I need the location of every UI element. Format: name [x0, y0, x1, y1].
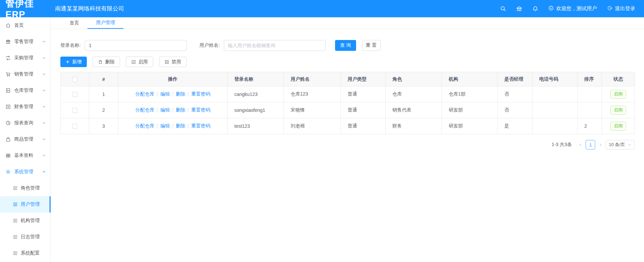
cell-type: 普通 — [341, 102, 386, 118]
sales-icon — [5, 72, 11, 77]
sidebar-subitem-label: 机构管理 — [21, 218, 40, 224]
cell-type: 普通 — [341, 118, 386, 134]
sidebar-item-purchase[interactable]: 采购管理 — [0, 50, 51, 66]
enable-button[interactable]: 启用 — [126, 57, 153, 67]
sidebar-subitem-config[interactable]: 系统配置 — [0, 245, 51, 261]
cell-role: 财务 — [386, 118, 442, 134]
cell-login: test123 — [228, 118, 284, 134]
sidebar-item-label: 商品管理 — [14, 136, 33, 142]
status-badge[interactable]: 启用 — [610, 106, 626, 115]
tab-home[interactable]: 首页 — [61, 17, 87, 29]
sidebar-subitem-logs[interactable]: 日志管理 — [0, 229, 51, 245]
sidebar-item-retail[interactable]: 零售管理 — [0, 34, 51, 50]
search-form: 登录名称: 用户姓名: 查 询 重 置 — [60, 40, 635, 51]
status-badge[interactable]: 启用 — [610, 122, 626, 130]
sidebar-item-label: 基本资料 — [14, 153, 33, 159]
edit-link[interactable]: 编辑 — [160, 107, 170, 113]
cell-login: songxiaofeng1 — [228, 102, 284, 118]
sidebar-item-sales[interactable]: 销售管理 — [0, 66, 51, 82]
content-panel: 登录名称: 用户姓名: 查 询 重 置 新增 删除 启用 — [51, 29, 644, 149]
sidebar-subitem-users[interactable]: 用户管理 — [0, 196, 51, 213]
cell-name: 仓库123 — [284, 86, 341, 102]
sidebar-item-warehouse[interactable]: 仓库管理 — [0, 82, 51, 99]
user-name-label: 用户姓名: — [199, 42, 220, 48]
page-size-select[interactable]: 10 条/页 — [606, 140, 635, 149]
assign-warehouse-link[interactable]: 分配仓库 — [135, 123, 154, 128]
search-icon[interactable] — [500, 6, 506, 12]
reset-password-link[interactable]: 重置密码 — [191, 123, 210, 128]
disable-button[interactable]: 禁用 — [159, 57, 187, 67]
pagination-total: 1-3 共3条 — [551, 142, 572, 148]
cell-manager: 否 — [497, 102, 532, 118]
col-type: 用户类型 — [341, 72, 386, 86]
col-role: 角色 — [386, 72, 442, 86]
cell-name: 刘老根 — [284, 118, 341, 134]
reset-password-link[interactable]: 重置密码 — [191, 91, 210, 97]
home-icon — [5, 23, 11, 28]
col-operations: 操作 — [118, 72, 228, 86]
basic-icon — [5, 153, 11, 158]
users-table: # 操作 登录名称 用户姓名 用户类型 角色 机构 是否经理 电话号码 排序 状… — [60, 72, 635, 134]
sidebar-item-system[interactable]: 系统管理 — [0, 164, 51, 180]
assign-warehouse-link[interactable]: 分配仓库 — [135, 91, 154, 97]
sidebar-item-label: 财务管理 — [14, 104, 33, 110]
reset-password-link[interactable]: 重置密码 — [191, 107, 210, 113]
sidebar-item-label: 首页 — [14, 22, 24, 28]
delete-link[interactable]: 删除 — [176, 123, 185, 128]
edit-link[interactable]: 编辑 — [160, 123, 170, 128]
query-button[interactable]: 查 询 — [335, 40, 356, 51]
user-name-input[interactable] — [224, 40, 326, 51]
next-page-icon[interactable] — [598, 143, 603, 147]
prev-page-icon[interactable] — [578, 143, 583, 147]
reset-button[interactable]: 重 置 — [362, 40, 381, 51]
sidebar-item-home[interactable]: 首页 — [0, 17, 51, 34]
cell-operations: 分配仓库|编辑|删除|重置密码 — [118, 102, 228, 118]
row-checkbox[interactable] — [72, 92, 77, 97]
row-checkbox[interactable] — [72, 124, 77, 129]
delete-link[interactable]: 删除 — [176, 91, 185, 97]
cell-role: 销售代表 — [386, 102, 442, 118]
sidebar-subitem-label: 角色管理 — [21, 185, 40, 191]
cell-type: 普通 — [341, 86, 386, 102]
cell-phone — [532, 102, 578, 118]
cell-operations: 分配仓库|编辑|删除|重置密码 — [118, 86, 228, 102]
user-menu[interactable]: 欢迎您，测试用户 — [548, 5, 597, 12]
sidebar-item-label: 销售管理 — [14, 71, 33, 77]
logout-button[interactable]: 退出登录 — [607, 5, 635, 12]
doc-icon — [13, 202, 18, 207]
table-row: 2 分配仓库|编辑|删除|重置密码 songxiaofeng1 宋晓锋 普通 销… — [61, 102, 635, 118]
bank-icon[interactable] — [516, 6, 522, 12]
sidebar-subitem-orgs[interactable]: 机构管理 — [0, 213, 51, 229]
chevron-up-icon — [42, 170, 46, 174]
report-icon — [5, 120, 11, 126]
col-index: # — [89, 72, 118, 86]
delete-link[interactable]: 删除 — [176, 107, 185, 113]
add-button[interactable]: 新增 — [60, 57, 87, 67]
assign-warehouse-link[interactable]: 分配仓库 — [135, 107, 154, 113]
sidebar-item-label: 仓库管理 — [14, 87, 33, 94]
cell-phone — [532, 118, 578, 134]
doc-icon — [13, 235, 18, 239]
select-all-checkbox[interactable] — [72, 77, 77, 82]
sidebar-item-goods[interactable]: 商品管理 — [0, 131, 51, 147]
sidebar-item-basic[interactable]: 基本资料 — [0, 147, 51, 164]
login-name-input[interactable] — [85, 40, 187, 51]
delete-button[interactable]: 删除 — [93, 57, 120, 67]
page-number-button[interactable]: 1 — [586, 140, 595, 149]
edit-link[interactable]: 编辑 — [160, 91, 170, 97]
plus-icon — [65, 60, 70, 64]
sidebar-item-reports[interactable]: 报表查询 — [0, 115, 51, 131]
topbar-right: 欢迎您，测试用户 退出登录 — [500, 5, 644, 12]
sidebar-subitem-roles[interactable]: 角色管理 — [0, 180, 51, 196]
cell-org: 仓库1部 — [442, 86, 497, 102]
chevron-down-icon — [42, 88, 46, 93]
bell-icon[interactable] — [532, 6, 538, 12]
sidebar: 首页 零售管理 采购管理 销售管理 仓库管理 财务管理 — [0, 17, 51, 262]
status-badge[interactable]: 启用 — [610, 90, 626, 99]
chevron-down-icon — [42, 137, 46, 141]
tab-user-management[interactable]: 用户管理 — [87, 17, 123, 29]
sidebar-item-label: 采购管理 — [14, 55, 33, 61]
tabbar: 首页 用户管理 — [51, 17, 644, 29]
row-checkbox[interactable] — [72, 108, 77, 113]
sidebar-item-finance[interactable]: 财务管理 — [0, 99, 51, 115]
